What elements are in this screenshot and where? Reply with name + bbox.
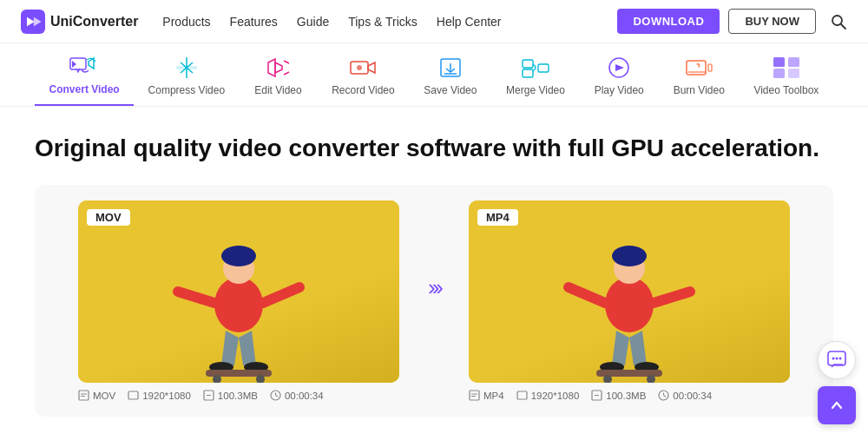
chevron-up-icon [829,397,845,413]
play-video-icon [603,55,635,81]
left-video-meta: MOV 1920*1080 100.3MB [78,390,324,401]
logo-area[interactable]: UniConverter [21,10,138,34]
svg-point-9 [357,65,362,70]
merge-video-icon [520,55,551,81]
right-resolution-meta: 1920*1080 [516,390,580,401]
subnav-toolbox-label: Video Toolbox [753,84,819,96]
buynow-button[interactable]: BUY NOW [728,9,816,34]
left-resolution-meta: 1920*1080 [128,390,191,401]
svg-line-45 [569,287,605,303]
svg-point-22 [214,277,263,332]
svg-point-1 [832,16,842,25]
compress-video-icon [171,55,202,81]
chat-icon [827,351,846,370]
res-icon-left [128,390,139,401]
subnav-edit-label: Edit Video [254,84,302,96]
left-skater-illustration [152,209,326,383]
svg-point-62 [836,358,838,360]
svg-rect-20 [773,69,785,78]
svg-line-44 [654,292,690,303]
subnav-merge-video[interactable]: Merge Video [491,49,579,105]
nav-guide[interactable]: Guide [297,15,329,29]
svg-line-2 [841,24,845,29]
right-duration-meta: 00:00:34 [658,390,712,401]
subnav-merge-label: Merge Video [506,84,565,96]
subnav-edit-video[interactable]: Edit Video [239,49,317,105]
subnav-record-video[interactable]: Record Video [317,49,409,105]
svg-line-25 [178,292,214,303]
page-headline: Original quality video converter softwar… [35,133,833,164]
subnav-record-label: Record Video [332,84,395,96]
subnav-video-toolbox[interactable]: Video Toolbox [740,49,833,105]
svg-line-40 [275,396,278,397]
left-duration-meta: 00:00:34 [270,390,324,401]
svg-rect-18 [773,57,785,67]
time-icon-left [270,390,281,401]
subnav-play-video[interactable]: Play Video [580,49,659,105]
conversion-arrow: ››› [399,274,469,327]
subnav-convert-label: Convert Video [49,83,120,95]
svg-rect-32 [79,391,89,400]
file-icon-left [78,390,89,401]
left-size-meta: 100.3MB [203,390,258,401]
subnav-burn-video[interactable]: Burn Video [659,49,740,105]
nav-products[interactable]: Products [162,15,210,29]
header: UniConverter Products Features Guide Tip… [0,0,868,43]
svg-rect-51 [470,391,479,400]
svg-line-7 [284,72,289,75]
search-icon [830,13,847,30]
logo-text: UniConverter [50,14,138,30]
file-icon-right [469,390,480,401]
chat-float-button[interactable] [818,341,856,379]
subnav-play-label: Play Video [595,84,644,96]
search-button[interactable] [830,13,847,30]
time-icon-right [658,390,669,401]
convert-video-icon [69,54,100,80]
burn-video-icon [683,55,714,81]
svg-point-24 [221,246,256,266]
right-format-badge: MP4 [477,209,518,226]
res-icon-right [516,390,528,401]
svg-rect-19 [788,57,799,67]
left-format-badge: MOV [87,209,130,226]
svg-rect-54 [517,391,527,399]
right-video-meta: MP4 1920*1080 100.3MB [469,390,712,401]
svg-line-59 [664,396,667,397]
right-format-meta: MP4 [469,390,504,401]
subnav-compress-video[interactable]: Compress Video [134,49,239,105]
edit-video-icon [262,55,293,81]
header-actions: DOWNLOAD BUY NOW [617,9,847,34]
arrow-chevrons: ››› [428,274,440,301]
scroll-to-top-button[interactable] [818,386,856,424]
subnav-burn-label: Burn Video [674,84,725,96]
download-button[interactable]: DOWNLOAD [617,9,720,34]
left-format-meta: MOV [78,390,115,401]
svg-rect-35 [128,391,138,399]
subnav-save-label: Save Video [424,84,477,96]
nav-features[interactable]: Features [230,15,278,29]
video-toolbox-icon [771,55,802,81]
left-video-panel: MOV [78,200,399,401]
svg-line-6 [284,61,289,63]
record-video-icon [347,55,378,81]
svg-point-63 [839,358,842,360]
right-size-meta: 100.3MB [591,390,646,401]
svg-point-49 [647,375,655,383]
svg-line-26 [263,287,299,303]
subnav-compress-label: Compress Video [148,84,226,96]
svg-rect-14 [538,64,549,72]
nav-help[interactable]: Help Center [437,15,502,29]
size-icon-left [203,390,214,401]
svg-rect-12 [523,60,533,68]
svg-rect-5 [176,66,197,69]
main-content: Original quality video converter softwar… [0,107,868,434]
right-video-panel: MP4 [469,200,790,401]
svg-rect-13 [523,69,533,77]
save-video-icon [435,55,466,81]
svg-rect-21 [788,69,799,78]
subnav-save-video[interactable]: Save Video [409,49,491,105]
nav-tips[interactable]: Tips & Tricks [348,15,418,29]
subnav-convert-video[interactable]: Convert Video [35,49,134,106]
right-skater-illustration [542,209,716,383]
right-video-thumb: MP4 [469,200,790,383]
